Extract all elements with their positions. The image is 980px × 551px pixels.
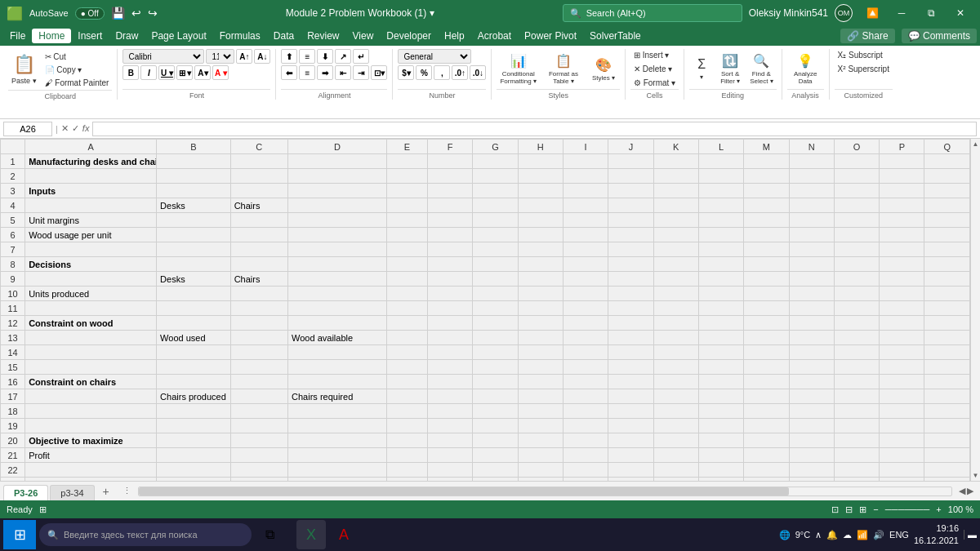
cell-F12[interactable]: [428, 316, 473, 331]
menu-acrobat[interactable]: Acrobat: [471, 29, 518, 43]
cell-Q2[interactable]: [924, 169, 970, 184]
cell-N4[interactable]: [789, 198, 834, 213]
cell-C5[interactable]: [230, 213, 287, 228]
cell-N16[interactable]: [789, 375, 834, 389]
row-header-16[interactable]: 16: [1, 375, 25, 389]
col-header-b[interactable]: B: [157, 140, 231, 154]
cell-A22[interactable]: [25, 463, 157, 478]
row-header-19[interactable]: 19: [1, 419, 25, 433]
cell-O12[interactable]: [834, 316, 879, 331]
col-header-m[interactable]: M: [744, 140, 789, 154]
cell-D4[interactable]: [288, 198, 387, 213]
sound-icon[interactable]: 🔊: [873, 530, 884, 540]
cell-G18[interactable]: [473, 404, 518, 419]
cell-B5[interactable]: [157, 213, 231, 228]
cell-I23[interactable]: [563, 478, 608, 482]
cell-O16[interactable]: [834, 375, 879, 389]
cell-K5[interactable]: [653, 213, 698, 228]
cell-M18[interactable]: [744, 404, 789, 419]
cell-I10[interactable]: [563, 287, 608, 301]
cell-I16[interactable]: [563, 375, 608, 389]
cell-P2[interactable]: [880, 169, 924, 184]
cell-C12[interactable]: [230, 316, 287, 331]
cell-A8[interactable]: Decisions: [25, 257, 157, 272]
show-desktop-btn[interactable]: ▬: [964, 530, 977, 540]
row-header-5[interactable]: 5: [1, 213, 25, 228]
cell-H6[interactable]: [518, 228, 563, 242]
format-as-table-btn[interactable]: 📋 Format asTable ▾: [543, 51, 584, 87]
cell-Q20[interactable]: [924, 433, 970, 448]
cell-K2[interactable]: [653, 169, 698, 184]
cell-G21[interactable]: [473, 448, 518, 463]
cell-J5[interactable]: [608, 213, 653, 228]
cell-P1[interactable]: [880, 154, 924, 169]
cell-L17[interactable]: [698, 389, 743, 404]
cell-P9[interactable]: [880, 272, 924, 287]
cell-F1[interactable]: [428, 154, 473, 169]
cell-L9[interactable]: [698, 272, 743, 287]
autosum-btn[interactable]: Σ ▾: [689, 56, 714, 82]
col-header-o[interactable]: O: [834, 140, 879, 154]
cell-N13[interactable]: [789, 331, 834, 345]
cell-P7[interactable]: [880, 242, 924, 257]
cell-M9[interactable]: [744, 272, 789, 287]
fill-color-btn[interactable]: A▾: [194, 65, 211, 80]
cell-C17[interactable]: [230, 389, 287, 404]
cell-H16[interactable]: [518, 375, 563, 389]
conditional-formatting-btn[interactable]: 📊 ConditionalFormatting ▾: [497, 51, 539, 87]
cell-Q23[interactable]: [924, 478, 970, 482]
cell-H9[interactable]: [518, 272, 563, 287]
menu-page-layout[interactable]: Page Layout: [145, 29, 212, 43]
page-view-icon[interactable]: ⊞: [39, 504, 47, 515]
cell-L6[interactable]: [698, 228, 743, 242]
cell-I19[interactable]: [563, 419, 608, 433]
cell-H22[interactable]: [518, 463, 563, 478]
cell-G16[interactable]: [473, 375, 518, 389]
cell-L7[interactable]: [698, 242, 743, 257]
cell-H14[interactable]: [518, 345, 563, 360]
row-header-23[interactable]: 23: [1, 478, 25, 482]
horizontal-scrollbar[interactable]: [138, 487, 952, 496]
cell-O15[interactable]: [834, 360, 879, 375]
cell-F2[interactable]: [428, 169, 473, 184]
cell-H21[interactable]: [518, 448, 563, 463]
cell-E16[interactable]: [386, 375, 427, 389]
cell-C15[interactable]: [230, 360, 287, 375]
subscript-btn[interactable]: X₂ Subscript: [835, 49, 893, 61]
col-header-k[interactable]: K: [653, 140, 698, 154]
cell-M3[interactable]: [744, 184, 789, 198]
cell-A13[interactable]: [25, 331, 157, 345]
cell-O6[interactable]: [834, 228, 879, 242]
cell-I1[interactable]: [563, 154, 608, 169]
cell-Q13[interactable]: [924, 331, 970, 345]
cell-A1[interactable]: Manufacturing desks and chairs: [25, 154, 157, 169]
col-header-g[interactable]: G: [473, 140, 518, 154]
comments-btn[interactable]: 💬 Comments: [902, 29, 977, 43]
sheet-tab-p3-26[interactable]: P3-26: [3, 485, 48, 500]
cell-E23[interactable]: [386, 478, 427, 482]
cell-J21[interactable]: [608, 448, 653, 463]
cell-B16[interactable]: [157, 375, 231, 389]
cell-O14[interactable]: [834, 345, 879, 360]
scroll-right-btn[interactable]: ▶: [967, 486, 973, 496]
cell-A21[interactable]: Profit: [25, 448, 157, 463]
cell-J7[interactable]: [608, 242, 653, 257]
cell-E5[interactable]: [386, 213, 427, 228]
cell-C14[interactable]: [230, 345, 287, 360]
chevron-up-icon[interactable]: ∧: [815, 530, 822, 540]
cell-B21[interactable]: [157, 448, 231, 463]
row-header-18[interactable]: 18: [1, 404, 25, 419]
cell-B17[interactable]: Chairs produced: [157, 389, 231, 404]
row-header-6[interactable]: 6: [1, 228, 25, 242]
vertical-scrollbar[interactable]: ▲ ▼: [970, 139, 980, 481]
cell-F18[interactable]: [428, 404, 473, 419]
cell-M14[interactable]: [744, 345, 789, 360]
cell-L4[interactable]: [698, 198, 743, 213]
cell-F4[interactable]: [428, 198, 473, 213]
confirm-formula-icon[interactable]: ✓: [72, 123, 79, 134]
cell-P6[interactable]: [880, 228, 924, 242]
menu-home[interactable]: Home: [32, 29, 71, 43]
cell-I11[interactable]: [563, 301, 608, 316]
cell-E22[interactable]: [386, 463, 427, 478]
share-btn[interactable]: 🔗 Share: [840, 29, 894, 43]
